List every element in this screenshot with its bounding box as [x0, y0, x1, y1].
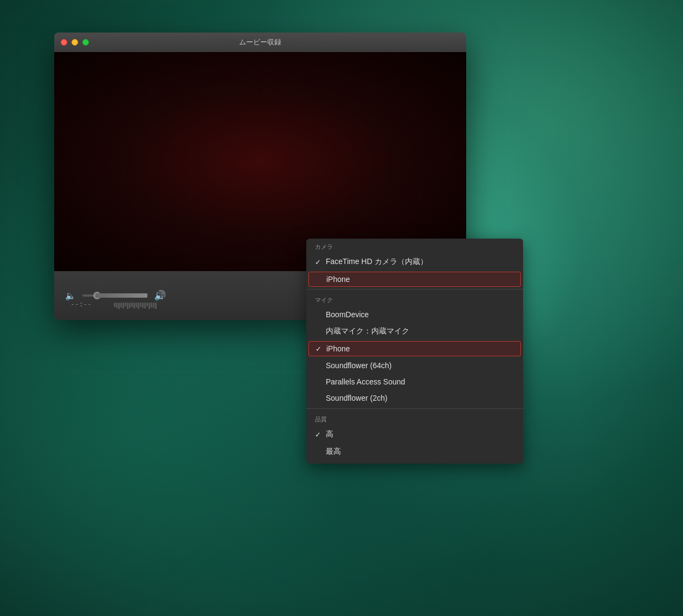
iphone-camera-label: iPhone [326, 275, 514, 284]
high-label: 高 [326, 429, 514, 439]
menu-item-iphone-camera[interactable]: iPhone [308, 272, 521, 287]
builtin-mic-label: 内蔵マイク：内蔵マイク [326, 326, 514, 336]
menu-item-max[interactable]: 最高 [306, 443, 523, 460]
level-meter [114, 303, 157, 309]
camera-section-header: カメラ [306, 239, 523, 253]
menu-item-parallels[interactable]: Parallels Access Sound [306, 374, 523, 390]
menu-item-soundflower64[interactable]: Soundflower (64ch) [306, 357, 523, 374]
menu-item-facetime[interactable]: ✓ FaceTime HD カメラ（内蔵） [306, 253, 523, 271]
menu-item-boomdevice[interactable]: BoomDevice [306, 306, 523, 323]
maximize-button[interactable] [82, 39, 89, 46]
checkmark-high: ✓ [315, 431, 326, 439]
checkmark-facetime: ✓ [315, 258, 326, 266]
facetime-label: FaceTime HD カメラ（内蔵） [326, 257, 514, 267]
soundflower64-label: Soundflower (64ch) [326, 361, 514, 370]
close-button[interactable] [61, 39, 67, 46]
volume-high-icon: 🔊 [154, 290, 166, 301]
parallels-label: Parallels Access Sound [326, 377, 514, 386]
dropdown-menu: カメラ ✓ FaceTime HD カメラ（内蔵） iPhone マイク Boo… [306, 239, 523, 464]
divider-1 [306, 289, 523, 290]
window-title: ムービー収録 [239, 37, 281, 47]
minimize-button[interactable] [72, 39, 78, 46]
volume-low-icon: 🔈 [65, 291, 76, 301]
menu-item-high[interactable]: ✓ 高 [306, 426, 523, 443]
max-label: 最高 [326, 447, 514, 457]
menu-bottom-padding [306, 460, 523, 464]
soundflower2-label: Soundflower (2ch) [326, 394, 514, 402]
mic-section-header: マイク [306, 292, 523, 306]
titlebar: ムービー収録 [54, 33, 466, 52]
boomdevice-label: BoomDevice [326, 310, 514, 319]
time-display: --:-- [70, 300, 92, 308]
traffic-lights [61, 39, 89, 46]
volume-slider[interactable] [82, 294, 147, 297]
quality-section-header: 品質 [306, 411, 523, 426]
menu-item-builtin-mic[interactable]: 内蔵マイク：内蔵マイク [306, 323, 523, 340]
menu-item-iphone-mic[interactable]: ✓ iPhone [308, 341, 521, 356]
checkmark-iphone-mic: ✓ [315, 345, 326, 353]
divider-2 [306, 408, 523, 409]
iphone-mic-label: iPhone [326, 344, 514, 353]
menu-item-soundflower2[interactable]: Soundflower (2ch) [306, 390, 523, 406]
slider-track [82, 294, 147, 297]
